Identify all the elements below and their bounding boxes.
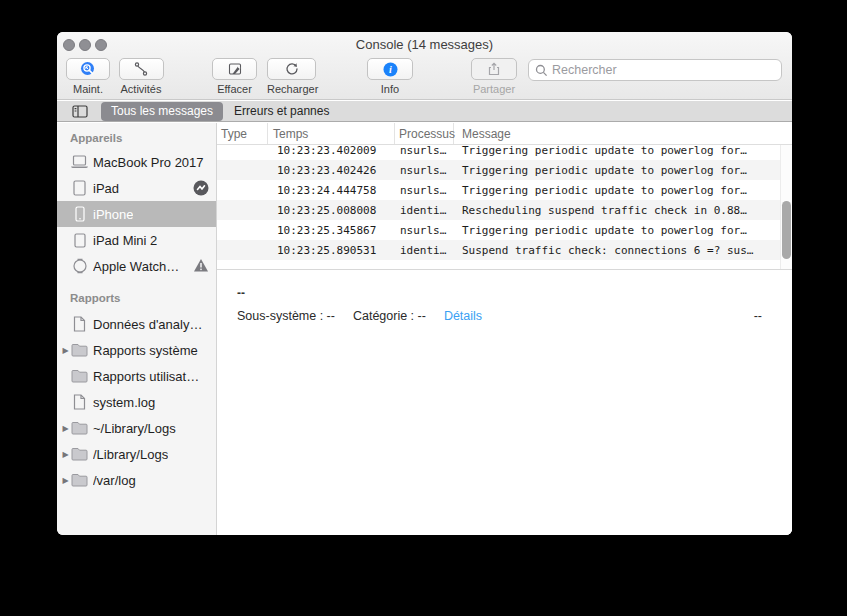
section-devices: Appareils xyxy=(57,128,216,149)
now-icon xyxy=(80,61,97,78)
log-row[interactable]: 10:23:25.890531 identi… Suspend traffic … xyxy=(217,240,792,260)
reload-tool: Recharger xyxy=(267,58,316,95)
window-chrome: Console (14 messages) Maint. xyxy=(57,32,792,100)
activities-button-label: Activités xyxy=(118,83,164,95)
sidebar-item-user-library-logs[interactable]: ▶ ~/Library/Logs xyxy=(57,415,216,441)
share-button-label: Partager xyxy=(471,83,517,95)
now-button-label: Maint. xyxy=(66,83,110,95)
tab-all-messages[interactable]: Tous les messages xyxy=(101,102,223,121)
now-tool: Maint. xyxy=(66,58,110,95)
folder-icon xyxy=(70,421,89,435)
disclosure-triangle-icon[interactable]: ▶ xyxy=(57,346,70,355)
sidebar-item-user-reports[interactable]: Rapports utilisat… xyxy=(57,363,216,389)
folder-icon xyxy=(70,447,89,461)
sidebar-item-analytics[interactable]: Données d'analy… xyxy=(57,311,216,337)
clear-icon xyxy=(227,61,243,77)
window-title: Console (14 messages) xyxy=(57,37,792,52)
sidebar-item-iphone[interactable]: iPhone xyxy=(57,201,216,227)
table-header: Type Temps Processus Message xyxy=(217,123,792,145)
sidebar-item-label: /Library/Logs xyxy=(93,447,168,462)
info-icon: i xyxy=(382,61,399,78)
search-input[interactable]: Rechercher xyxy=(528,59,782,81)
search-icon xyxy=(535,64,548,77)
share-icon xyxy=(486,61,502,77)
info-button-label: Info xyxy=(367,83,413,95)
sidebar-item-label: Rapports utilisat… xyxy=(93,369,199,384)
scrollbar-thumb[interactable] xyxy=(782,201,791,259)
sidebar-toggle-icon[interactable] xyxy=(72,105,88,118)
section-reports: Rapports xyxy=(57,285,216,311)
watch-icon xyxy=(70,258,89,274)
tablet-icon xyxy=(70,233,89,248)
phone-icon xyxy=(70,206,89,222)
clear-button-label: Effacer xyxy=(212,83,257,95)
sidebar-item-label: iPad xyxy=(93,181,119,196)
log-row[interactable]: 10:23:25.345867 nsurls… Triggering perio… xyxy=(217,220,792,240)
search-placeholder: Rechercher xyxy=(552,63,617,77)
vertical-scrollbar[interactable] xyxy=(780,145,792,269)
sidebar-item-apple-watch[interactable]: Apple Watch… xyxy=(57,253,216,279)
disclosure-triangle-icon[interactable]: ▶ xyxy=(57,424,70,433)
column-header-time[interactable]: Temps xyxy=(268,123,395,144)
reload-button-label: Recharger xyxy=(267,83,316,95)
info-button[interactable]: i xyxy=(367,58,413,80)
log-row[interactable]: 10:23:23.402009 nsurls… Triggering perio… xyxy=(217,145,792,160)
clear-button[interactable] xyxy=(212,58,257,80)
laptop-icon xyxy=(70,155,89,169)
sidebar-item-library-logs[interactable]: ▶ /Library/Logs xyxy=(57,441,216,467)
sidebar-item-label: iPhone xyxy=(93,207,133,222)
folder-icon xyxy=(70,343,89,357)
sidebar-item-label: iPad Mini 2 xyxy=(93,233,157,248)
tablet-icon xyxy=(70,180,89,196)
detail-category: Catégorie : -- xyxy=(353,309,426,323)
disclosure-triangle-icon[interactable]: ▶ xyxy=(57,476,70,485)
detail-primary: -- xyxy=(237,286,772,300)
sidebar-item-label: Apple Watch… xyxy=(93,259,179,274)
sidebar: Appareils MacBook Pro 2017 xyxy=(57,123,217,535)
activities-icon xyxy=(133,61,149,77)
sidebar-item-label: /var/log xyxy=(93,473,136,488)
filter-bar: Tous les messages Erreurs et pannes xyxy=(57,101,792,122)
detail-pane: -- Sous-système : -- Catégorie : -- Déta… xyxy=(217,270,792,535)
column-header-message[interactable]: Message xyxy=(454,123,792,144)
reload-button[interactable] xyxy=(267,58,316,80)
sidebar-item-macbook[interactable]: MacBook Pro 2017 xyxy=(57,149,216,175)
sidebar-item-label: Données d'analy… xyxy=(93,317,202,332)
details-link[interactable]: Détails xyxy=(444,309,482,323)
share-button[interactable] xyxy=(471,58,517,80)
toolbar: Maint. Activités xyxy=(57,57,792,100)
now-button[interactable] xyxy=(66,58,110,80)
clear-tool: Effacer xyxy=(212,58,257,95)
detail-right-value: -- xyxy=(754,309,772,323)
title-bar[interactable]: Console (14 messages) xyxy=(57,32,792,57)
folder-icon xyxy=(70,473,89,487)
info-tool: i Info xyxy=(367,58,413,95)
share-tool: Partager xyxy=(471,58,517,95)
main-area: Appareils MacBook Pro 2017 xyxy=(57,123,792,535)
sidebar-item-ipad-mini[interactable]: iPad Mini 2 xyxy=(57,227,216,253)
svg-text:i: i xyxy=(389,64,392,75)
folder-icon xyxy=(70,369,89,383)
console-window: Console (14 messages) Maint. xyxy=(57,32,792,535)
column-header-process[interactable]: Processus xyxy=(395,123,454,144)
tab-errors[interactable]: Erreurs et pannes xyxy=(234,104,329,118)
reload-icon xyxy=(284,61,300,77)
sync-badge-icon xyxy=(193,180,209,196)
sidebar-item-label: system.log xyxy=(93,395,155,410)
warning-icon xyxy=(193,258,209,273)
disclosure-triangle-icon[interactable]: ▶ xyxy=(57,450,70,459)
log-rows: 10:23:23.402009 nsurls… Triggering perio… xyxy=(217,145,792,260)
column-header-type[interactable]: Type xyxy=(217,123,268,144)
log-row[interactable]: 10:23:25.008008 identi… Rescheduling sus… xyxy=(217,200,792,220)
sidebar-item-system-log[interactable]: system.log xyxy=(57,389,216,415)
sidebar-item-var-log[interactable]: ▶ /var/log xyxy=(57,467,216,493)
sidebar-item-system-reports[interactable]: ▶ Rapports système xyxy=(57,337,216,363)
log-row[interactable]: 10:23:23.402426 nsurls… Triggering perio… xyxy=(217,160,792,180)
log-pane: Type Temps Processus Message 10:23:23.40… xyxy=(217,123,792,535)
document-icon xyxy=(70,394,89,410)
sidebar-item-ipad[interactable]: iPad xyxy=(57,175,216,201)
sidebar-item-label: ~/Library/Logs xyxy=(93,421,176,436)
detail-subsystem: Sous-système : -- xyxy=(237,309,335,323)
activities-button[interactable] xyxy=(119,58,164,80)
log-row[interactable]: 10:23:24.444758 nsurls… Triggering perio… xyxy=(217,180,792,200)
